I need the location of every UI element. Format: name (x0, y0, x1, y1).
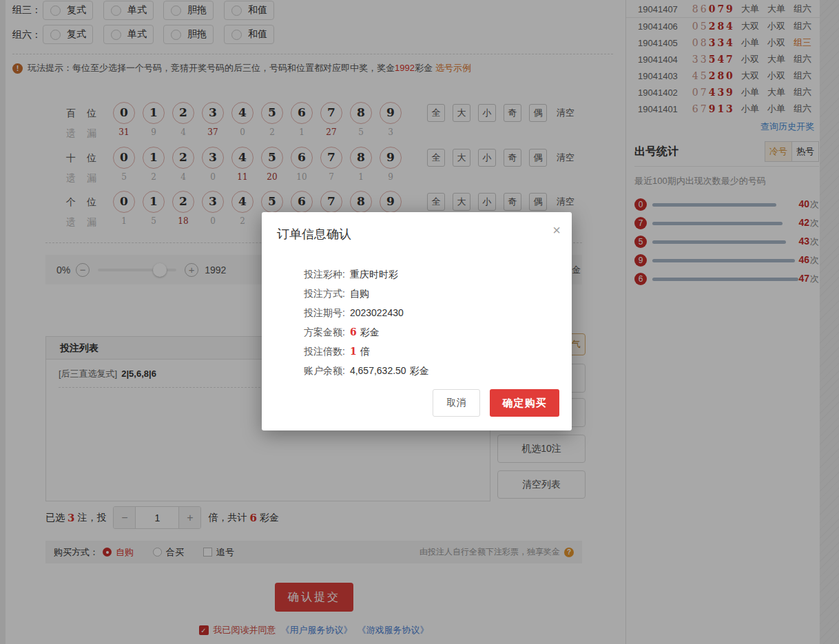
page: 组三： 复式 单式 胆拖 和值 组六： 复式 单式 胆拖 和值 ! 玩法提示：每… (0, 0, 839, 644)
close-icon[interactable]: × (552, 223, 561, 237)
field-account-balance: 账户余额:4,657,632.50彩金 (304, 361, 429, 380)
field-multiplier: 投注倍数:1倍 (304, 342, 429, 361)
field-bet-mode: 投注方式:自购 (304, 284, 429, 303)
modal-buttons: 取消 确定购买 (433, 389, 559, 417)
cancel-button[interactable]: 取消 (433, 389, 480, 417)
field-issue-number: 投注期号:2023022430 (304, 303, 429, 322)
order-confirmation-modal: 订单信息确认 × 投注彩种:重庆时时彩 投注方式:自购 投注期号:2023022… (262, 212, 572, 430)
confirm-purchase-button[interactable]: 确定购买 (490, 389, 559, 417)
modal-fields: 投注彩种:重庆时时彩 投注方式:自购 投注期号:2023022430 方案金额:… (304, 264, 429, 380)
field-lottery-type: 投注彩种:重庆时时彩 (304, 264, 429, 284)
modal-title: 订单信息确认 (277, 226, 351, 242)
field-plan-amount: 方案金额:6彩金 (304, 322, 429, 342)
